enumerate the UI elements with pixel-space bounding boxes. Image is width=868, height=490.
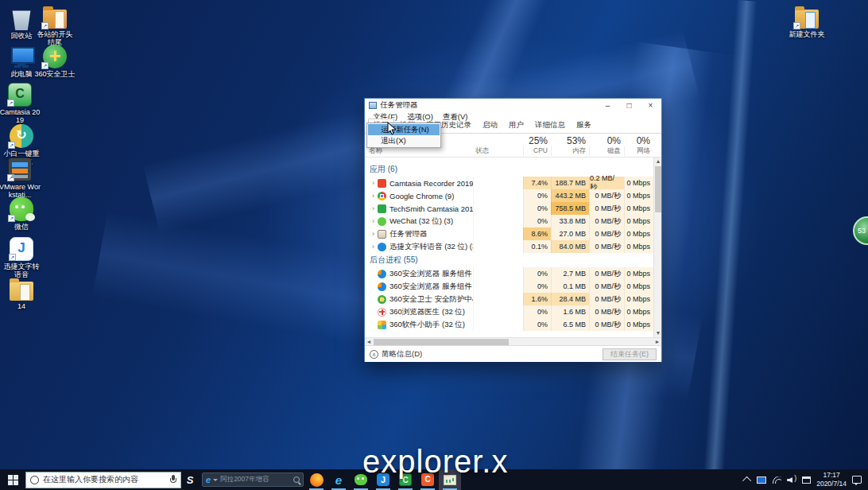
taskbar-icon-firefox[interactable] bbox=[305, 469, 327, 490]
col-memory[interactable]: 内存 bbox=[551, 146, 589, 156]
taskbar-search-input[interactable]: 在这里输入你要搜索的内容 bbox=[25, 472, 181, 488]
scroll-down-icon[interactable]: ▼ bbox=[654, 329, 662, 337]
volume-tray-icon[interactable] bbox=[787, 476, 796, 484]
cpu-total[interactable]: 25% bbox=[523, 135, 551, 146]
process-icon bbox=[378, 204, 386, 213]
start-button[interactable] bbox=[0, 469, 25, 490]
expand-caret-icon[interactable]: › bbox=[369, 192, 378, 200]
metric-cell: 0 MB/秒 bbox=[589, 215, 624, 228]
status-cell bbox=[473, 280, 523, 293]
hidden-icons-chevron-icon[interactable] bbox=[742, 476, 751, 485]
taskbar-icon-ie[interactable]: e bbox=[327, 469, 350, 490]
display-tray-icon[interactable] bbox=[757, 476, 766, 484]
desktop-icon-camtasia[interactable]: ↗ Camtasia 2019 bbox=[2, 83, 38, 125]
process-row[interactable]: ›WeChat (32 位) (3)0%33.8 MB0 MB/秒0 Mbps bbox=[365, 215, 653, 228]
desktop-icon-360-safe[interactable]: ↗ 360安全卫士 bbox=[37, 45, 73, 78]
memory-total[interactable]: 53% bbox=[551, 135, 589, 146]
detail-toggle-label[interactable]: 简略信息(D) bbox=[382, 349, 603, 360]
vmware-icon: ↗ bbox=[8, 158, 32, 181]
action-center-icon[interactable] bbox=[852, 476, 862, 484]
tab-详细信息[interactable]: 详细信息 bbox=[529, 119, 571, 133]
process-row[interactable]: ›迅捷文字转语音 (32 位) (3)0.1%84.0 MB0 MB/秒0 Mb… bbox=[365, 240, 653, 253]
tab-服务[interactable]: 服务 bbox=[571, 119, 597, 133]
taskbar-clock[interactable]: 17:17 2020/7/14 bbox=[816, 471, 847, 488]
process-row[interactable]: ›Camtasia Recorder 20197.4%188.7 MB0.2 M… bbox=[365, 177, 653, 189]
speed-ball-widget[interactable]: 53 bbox=[853, 216, 868, 245]
chevron-down-icon[interactable] bbox=[213, 479, 218, 481]
scrollbar-thumb[interactable] bbox=[374, 339, 509, 345]
file-menu-item-1[interactable]: 退出(X) bbox=[368, 135, 440, 146]
metric-cell: 443.2 MB bbox=[551, 189, 589, 202]
icon-label: 新建文件夹 bbox=[786, 30, 827, 38]
expand-caret-icon[interactable]: › bbox=[369, 243, 378, 251]
process-row[interactable]: 360安全卫士 安全防护中心模块...1.6%28.4 MB0 MB/秒0 Mb… bbox=[365, 293, 653, 305]
process-name: 360安全卫士 安全防护中心模块... bbox=[389, 294, 473, 305]
microphone-icon[interactable] bbox=[170, 475, 176, 484]
scroll-left-icon[interactable]: ◄ bbox=[365, 338, 373, 346]
minimize-button[interactable]: – bbox=[597, 99, 618, 112]
maximize-button[interactable]: □ bbox=[618, 99, 640, 112]
process-group-header[interactable]: 后台进程 (55) bbox=[365, 253, 653, 267]
horizontal-scrollbar[interactable]: ◄ ► bbox=[365, 337, 661, 345]
metric-cell: 0 MB/秒 bbox=[589, 267, 624, 280]
process-name: 迅捷文字转语音 (32 位) (3) bbox=[389, 242, 473, 252]
icon-label: 迅捷文字转语音 bbox=[1, 262, 42, 279]
process-name: WeChat (32 位) (3) bbox=[389, 216, 453, 227]
shortcut-arrow-icon: ↗ bbox=[793, 22, 800, 29]
metric-cell: 0% bbox=[523, 189, 551, 202]
vertical-scrollbar[interactable]: ▲ ▼ bbox=[653, 158, 661, 337]
col-cpu[interactable]: CPU bbox=[523, 146, 551, 156]
process-row[interactable]: ›Google Chrome (9)0%443.2 MB0 MB/秒0 Mbps bbox=[365, 189, 653, 202]
desktop-icon-new-folder[interactable]: ↗ 新建文件夹 bbox=[789, 6, 825, 38]
status-cell bbox=[473, 267, 523, 280]
process-name-cell: ›WeChat (32 位) (3) bbox=[365, 215, 473, 228]
file-menu-item-0[interactable]: 运行新任务(N) bbox=[368, 124, 440, 135]
end-task-button[interactable]: 结束任务(E) bbox=[603, 348, 657, 360]
process-row[interactable]: 360浏览器医生 (32 位)0%1.6 MB0 MB/秒0 Mbps bbox=[365, 305, 653, 318]
title-bar[interactable]: 任务管理器 – □ × bbox=[365, 99, 661, 112]
input-method-tray-icon[interactable] bbox=[802, 476, 811, 484]
disk-total[interactable]: 0% bbox=[589, 135, 624, 146]
col-status[interactable]: 状态 bbox=[473, 146, 523, 156]
status-cell bbox=[473, 215, 523, 228]
network-tray-icon[interactable] bbox=[772, 476, 781, 484]
expand-caret-icon[interactable]: › bbox=[369, 179, 378, 187]
expand-caret-icon[interactable]: › bbox=[369, 230, 378, 238]
taskbar-360-icon[interactable]: S bbox=[181, 474, 199, 486]
collapse-detail-icon[interactable]: ∧ bbox=[370, 350, 378, 359]
desktop-icon-vmware[interactable]: ↗ VMware Workstati... bbox=[2, 158, 38, 200]
desktop-icon-folder-openings[interactable]: ↗ 各站的开头结尾 bbox=[37, 6, 73, 47]
browser-mini-search[interactable]: e 阿拉2007年增容 bbox=[202, 472, 304, 487]
shortcut-arrow-icon: ↗ bbox=[7, 174, 14, 181]
camtasia-icon: ↗ bbox=[8, 83, 32, 107]
search-icon[interactable] bbox=[293, 476, 300, 483]
metric-cell: 0 Mbps bbox=[624, 215, 653, 228]
process-icon bbox=[378, 295, 386, 304]
process-icon bbox=[378, 243, 386, 251]
process-row[interactable]: 360安全浏览器 服务组件 (32 位)0%2.7 MB0 MB/秒0 Mbps bbox=[365, 267, 653, 280]
metric-cell: 0 Mbps bbox=[624, 202, 653, 215]
tab-用户[interactable]: 用户 bbox=[503, 119, 529, 133]
scrollbar-thumb[interactable] bbox=[655, 166, 661, 212]
metric-cell: 0 Mbps bbox=[624, 305, 653, 318]
scroll-up-icon[interactable]: ▲ bbox=[654, 158, 662, 165]
metric-cell: 7.4% bbox=[523, 177, 551, 189]
process-row[interactable]: ›TechSmith Camtasia 20190%758.5 MB0 MB/秒… bbox=[365, 202, 653, 215]
desktop-icon-wechat[interactable]: ↗ 微信 bbox=[3, 197, 40, 231]
process-row[interactable]: 360软件小助手 (32 位)0%6.5 MB0 MB/秒0 Mbps bbox=[365, 318, 653, 331]
col-network[interactable]: 网络 bbox=[624, 146, 653, 156]
process-row[interactable]: ›任务管理器8.6%27.0 MB0 MB/秒0 Mbps bbox=[365, 228, 653, 240]
metric-cell: 33.8 MB bbox=[551, 215, 589, 228]
process-row[interactable]: 360安全浏览器 服务组件 (32 位)0%0.1 MB0 MB/秒0 Mbps bbox=[365, 280, 653, 293]
tab-启动[interactable]: 启动 bbox=[477, 119, 503, 133]
desktop-icon-folder-14[interactable]: 14 bbox=[3, 278, 40, 310]
shortcut-arrow-icon: ↗ bbox=[8, 215, 15, 222]
desktop-icon-xunjie-tts[interactable]: ↗ 迅捷文字转语音 bbox=[3, 237, 40, 279]
network-total[interactable]: 0% bbox=[624, 135, 653, 146]
close-button[interactable]: × bbox=[640, 99, 661, 112]
process-name: TechSmith Camtasia 2019 bbox=[389, 204, 473, 213]
scroll-right-icon[interactable]: ► bbox=[653, 338, 661, 346]
expand-caret-icon[interactable]: › bbox=[369, 204, 378, 212]
col-disk[interactable]: 磁盘 bbox=[589, 146, 624, 156]
expand-caret-icon[interactable]: › bbox=[369, 217, 378, 225]
